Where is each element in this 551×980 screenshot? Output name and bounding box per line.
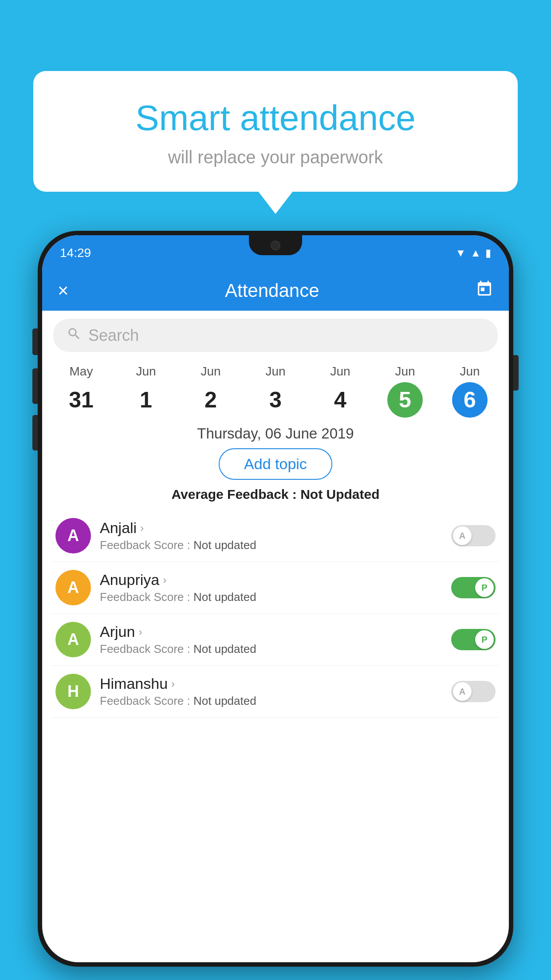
wifi-icon: ▼: [455, 247, 466, 259]
date-item-jun2[interactable]: Jun 2: [178, 364, 243, 418]
status-bar: 14:29 ▼ ▲ ▮: [42, 235, 509, 271]
student-list: A Anjali › Feedback Score : Not updated …: [42, 510, 509, 718]
student-feedback-anjali: Feedback Score : Not updated: [100, 538, 442, 552]
selected-date: Thursday, 06 June 2019: [42, 425, 509, 442]
bubble-subtitle: will replace your paperwork: [55, 147, 496, 167]
attendance-toggle-anupriya[interactable]: P: [451, 577, 496, 598]
attendance-toggle-himanshu[interactable]: A: [451, 681, 496, 702]
student-item-anupriya[interactable]: A Anupriya › Feedback Score : Not update…: [51, 562, 500, 614]
day-number: 31: [63, 382, 99, 418]
attendance-toggle-anjali[interactable]: A: [451, 525, 496, 546]
toggle-knob: P: [475, 578, 494, 597]
date-strip: May 31 Jun 1 Jun 2 Jun 3 Jun 4 Jun 5: [42, 360, 509, 420]
chevron-icon: ›: [171, 678, 175, 690]
toggle-knob: A: [453, 682, 472, 701]
avatar-himanshu: H: [55, 674, 91, 709]
calendar-icon[interactable]: [476, 280, 493, 302]
student-info-anjali: Anjali › Feedback Score : Not updated: [100, 519, 442, 552]
month-label: Jun: [395, 364, 415, 379]
phone-notch: [249, 235, 302, 255]
speech-bubble-container: Smart attendance will replace your paper…: [33, 71, 518, 192]
month-label: Jun: [265, 364, 285, 379]
power-button: [513, 355, 519, 391]
avatar-anupriya: A: [55, 570, 91, 605]
camera-button: [32, 415, 38, 450]
date-item-jun4[interactable]: Jun 4: [308, 364, 373, 418]
status-time: 14:29: [60, 246, 91, 260]
status-icons: ▼ ▲ ▮: [455, 247, 491, 259]
student-info-himanshu: Himanshu › Feedback Score : Not updated: [100, 675, 442, 708]
date-item-jun6[interactable]: Jun 6: [437, 364, 502, 418]
volume-down-button: [32, 368, 38, 404]
date-item-may31[interactable]: May 31: [49, 364, 114, 418]
month-label: May: [70, 364, 93, 379]
student-name-himanshu: Himanshu ›: [100, 675, 442, 692]
day-number: 4: [323, 382, 358, 418]
student-info-arjun: Arjun › Feedback Score : Not updated: [100, 623, 442, 656]
month-label: Jun: [330, 364, 350, 379]
speech-bubble: Smart attendance will replace your paper…: [33, 71, 518, 192]
search-icon: [67, 326, 82, 345]
day-number-selected: 6: [452, 382, 488, 418]
student-feedback-arjun: Feedback Score : Not updated: [100, 642, 442, 656]
toggle-knob: A: [453, 526, 472, 545]
search-bar[interactable]: Search: [53, 319, 498, 352]
student-feedback-anupriya: Feedback Score : Not updated: [100, 590, 442, 604]
month-label: Jun: [201, 364, 220, 379]
header-title: Attendance: [225, 280, 319, 301]
average-feedback: Average Feedback : Not Updated: [42, 487, 509, 502]
day-number: 3: [258, 382, 293, 418]
close-button[interactable]: ×: [58, 280, 69, 301]
battery-icon: ▮: [485, 247, 491, 259]
search-placeholder: Search: [88, 326, 139, 345]
volume-up-button: [32, 328, 38, 355]
attendance-toggle-arjun[interactable]: P: [451, 629, 496, 650]
day-number: 2: [193, 382, 228, 418]
student-feedback-himanshu: Feedback Score : Not updated: [100, 694, 442, 708]
student-name-anjali: Anjali ›: [100, 519, 442, 537]
student-name-anupriya: Anupriya ›: [100, 571, 442, 589]
student-item-himanshu[interactable]: H Himanshu › Feedback Score : Not update…: [51, 666, 500, 718]
student-item-arjun[interactable]: A Arjun › Feedback Score : Not updated P: [51, 614, 500, 666]
date-item-jun3[interactable]: Jun 3: [243, 364, 308, 418]
bubble-title: Smart attendance: [55, 98, 496, 138]
avatar-anjali: A: [55, 518, 91, 553]
day-number-today-green: 5: [387, 382, 423, 418]
student-info-anupriya: Anupriya › Feedback Score : Not updated: [100, 571, 442, 604]
chevron-icon: ›: [140, 522, 144, 534]
month-label: Jun: [460, 364, 480, 379]
student-item-anjali[interactable]: A Anjali › Feedback Score : Not updated …: [51, 510, 500, 562]
toggle-knob: P: [475, 630, 494, 649]
chevron-icon: ›: [138, 626, 142, 638]
camera-dot: [271, 241, 280, 250]
month-label: Jun: [136, 364, 156, 379]
day-number: 1: [128, 382, 164, 418]
date-item-jun1[interactable]: Jun 1: [114, 364, 178, 418]
phone-frame: 14:29 ▼ ▲ ▮ × Attendance: [38, 231, 513, 967]
date-item-jun5[interactable]: Jun 5: [373, 364, 437, 418]
avatar-arjun: A: [55, 622, 91, 657]
app-header: × Attendance: [42, 271, 509, 311]
chevron-icon: ›: [163, 574, 166, 586]
signal-icon: ▲: [470, 247, 481, 259]
student-name-arjun: Arjun ›: [100, 623, 442, 640]
phone-screen: 14:29 ▼ ▲ ▮ × Attendance: [42, 235, 509, 962]
add-topic-button[interactable]: Add topic: [219, 448, 332, 480]
